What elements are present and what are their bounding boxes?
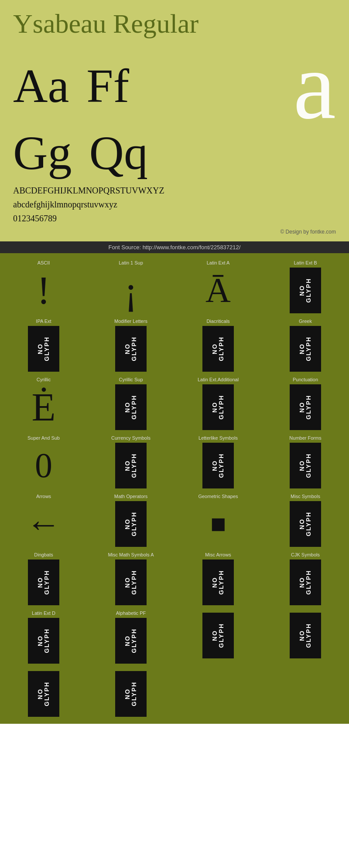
label-cyrillicsup: Cyrillic Sup	[119, 377, 143, 382]
char-pair-aa: Aa	[13, 62, 69, 110]
char-arrow: ←	[26, 501, 61, 547]
label-mathoperators: Math Operators	[114, 494, 147, 499]
header-section: Ysabeau Regular Aa Ff a Gg Qq ABCDEFGHIJ…	[0, 0, 349, 241]
no-glyph-extra2: NO GLYPH	[115, 671, 147, 717]
digits: 0123456789	[13, 211, 336, 225]
label-ipaext: IPA Ext	[36, 319, 51, 324]
glyph-cell-empty2: NO GLYPH	[262, 608, 349, 666]
char-exclaim: !	[37, 268, 50, 313]
glyph-cell-miscarrows: Misc Arrows NO GLYPH	[174, 549, 262, 608]
char-pair-ff: Ff	[86, 62, 129, 110]
no-glyph-empty1: NO GLYPH	[202, 613, 234, 658]
label-latinexadd: Latin Ext.Additional	[198, 377, 239, 382]
label-diacriticals: Diacriticals	[206, 319, 229, 324]
label-ascii: ASCII	[38, 260, 50, 265]
no-glyph-latinexadd: NO GLYPH	[202, 384, 234, 430]
label-arrows: Arrows	[36, 494, 51, 499]
no-glyph-miscmathsyma: NO GLYPH	[115, 559, 147, 605]
no-glyph-dingbats: NO GLYPH	[28, 559, 59, 605]
credit: © Design by fontke.com	[13, 229, 336, 237]
label-cyrillic: Cyrillic	[37, 377, 51, 382]
label-punctuation: Punctuation	[293, 377, 318, 382]
label-miscsymbols: Misc Symbols	[291, 494, 320, 499]
no-glyph-ipaext: NO GLYPH	[28, 326, 59, 372]
label-miscmathsyma: Misc Math Symbols A	[108, 552, 154, 557]
char-pair-qq: Qq	[89, 129, 147, 177]
glyph-cell-numberforms: Number Forms NO GLYPH	[262, 433, 349, 491]
char-square: ■	[210, 501, 226, 547]
glyph-cell-extra2: NO GLYPH	[87, 666, 174, 719]
no-glyph-cjksymbols: NO GLYPH	[290, 559, 321, 605]
glyph-cell-latinexadd: Latin Ext.Additional NO GLYPH	[174, 374, 262, 433]
glyph-cell-letterlike: Letterlike Symbols NO GLYPH	[174, 433, 262, 491]
char-cyrillic: Ė	[32, 384, 56, 430]
char-pair-gg: Gg	[13, 129, 72, 177]
label-miscarrows: Misc Arrows	[205, 552, 231, 557]
label-greek: Greek	[299, 319, 312, 324]
no-glyph-miscarrows: NO GLYPH	[202, 559, 234, 605]
no-glyph-latinexb: NO GLYPH	[290, 268, 321, 313]
no-glyph-diacriticals: NO GLYPH	[202, 326, 234, 372]
label-latinextd: Latin Ext D	[32, 610, 55, 616]
label-dingbats: Dingbats	[34, 552, 53, 557]
glyph-cell-latinextd: Latin Ext D NO GLYPH	[0, 608, 87, 666]
no-glyph-letterlike: NO GLYPH	[202, 443, 234, 488]
no-glyph-alphabeticpf: NO GLYPH	[115, 618, 147, 664]
char-inv-exclaim: ¡	[124, 268, 137, 313]
glyph-cell-latin1sup: Latin 1 Sup ¡	[87, 258, 174, 316]
glyph-cell-extra1: NO GLYPH	[0, 666, 87, 719]
glyph-cell-alphabeticpf: Alphabetic PF NO GLYPH	[87, 608, 174, 666]
glyph-cell-modletters: Modifier Letters NO GLYPH	[87, 316, 174, 374]
alphabet-section: ABCDEFGHIJKLMNOPQRSTUVWXYZ abcdefghijklm…	[13, 183, 336, 225]
font-title: Ysabeau Regular	[13, 9, 336, 38]
glyph-cell-superandsub: Super And Sub 0	[0, 433, 87, 491]
no-glyph-greek: NO GLYPH	[290, 326, 321, 372]
alphabet-lower: abcdefghijklmnopqrstuvwxyz	[13, 197, 336, 211]
char-zero: 0	[35, 443, 52, 488]
glyph-cell-mathoperators: Math Operators NO GLYPH	[87, 491, 174, 549]
no-glyph-punctuation: NO GLYPH	[290, 384, 321, 430]
label-alphabeticpf: Alphabetic PF	[116, 610, 146, 616]
label-currencysymbols: Currency Symbols	[111, 435, 151, 441]
char-a-macron: Ā	[205, 268, 231, 313]
glyph-cell-punctuation: Punctuation NO GLYPH	[262, 374, 349, 433]
glyph-section: ASCII ! Latin 1 Sup ¡ Latin Ext A Ā Lati…	[0, 253, 349, 724]
no-glyph-numberforms: NO GLYPH	[290, 443, 321, 488]
glyph-cell-cyrillicsup: Cyrillic Sup NO GLYPH	[87, 374, 174, 433]
glyph-cell-currencysymbols: Currency Symbols NO GLYPH	[87, 433, 174, 491]
font-source-bar: Font Source: http://www.fontke.com/font/…	[0, 241, 349, 253]
glyph-cell-greek: Greek NO GLYPH	[262, 316, 349, 374]
glyph-cell-dingbats: Dingbats NO GLYPH	[0, 549, 87, 608]
glyph-cell-arrows: Arrows ←	[0, 491, 87, 549]
label-numberforms: Number Forms	[289, 435, 321, 441]
no-glyph-latinextd: NO GLYPH	[28, 618, 59, 664]
large-char-row-1: Aa Ff a	[13, 43, 336, 129]
glyph-cell-miscmathsyma: Misc Math Symbols A NO GLYPH	[87, 549, 174, 608]
label-modletters: Modifier Letters	[114, 319, 147, 324]
no-glyph-currencysymbols: NO GLYPH	[115, 443, 147, 488]
label-cjksymbols: CJK Symbols	[291, 552, 320, 557]
label-latinexb: Latin Ext B	[294, 260, 317, 265]
no-glyph-extra1: NO GLYPH	[28, 671, 59, 717]
glyph-cell-latinexb: Latin Ext B NO GLYPH	[262, 258, 349, 316]
glyph-cell-geoshapes: Geometric Shapes ■	[174, 491, 262, 549]
glyph-cell-miscsymbols: Misc Symbols NO GLYPH	[262, 491, 349, 549]
no-glyph-miscsymbols: NO GLYPH	[290, 501, 321, 547]
alphabet-upper: ABCDEFGHIJKLMNOPQRSTUVWXYZ	[13, 183, 336, 197]
no-glyph-mathoperators: NO GLYPH	[115, 501, 147, 547]
glyph-grid: ASCII ! Latin 1 Sup ¡ Latin Ext A Ā Lati…	[0, 258, 349, 719]
glyph-cell-empty1: NO GLYPH	[174, 608, 262, 666]
glyph-cell-ipaext: IPA Ext NO GLYPH	[0, 316, 87, 374]
glyph-cell-latinexa: Latin Ext A Ā	[174, 258, 262, 316]
large-char-row-2: Gg Qq	[13, 129, 336, 177]
no-glyph-cyrillicsup: NO GLYPH	[115, 384, 147, 430]
glyph-cell-cjksymbols: CJK Symbols NO GLYPH	[262, 549, 349, 608]
label-geoshapes: Geometric Shapes	[198, 494, 238, 499]
char-big-a: a	[293, 43, 336, 129]
label-latinexa: Latin Ext A	[207, 260, 230, 265]
label-superandsub: Super And Sub	[27, 435, 60, 441]
no-glyph-modletters: NO GLYPH	[115, 326, 147, 372]
label-letterlike: Letterlike Symbols	[198, 435, 238, 441]
label-latin1sup: Latin 1 Sup	[119, 260, 143, 265]
glyph-cell-ascii: ASCII !	[0, 258, 87, 316]
